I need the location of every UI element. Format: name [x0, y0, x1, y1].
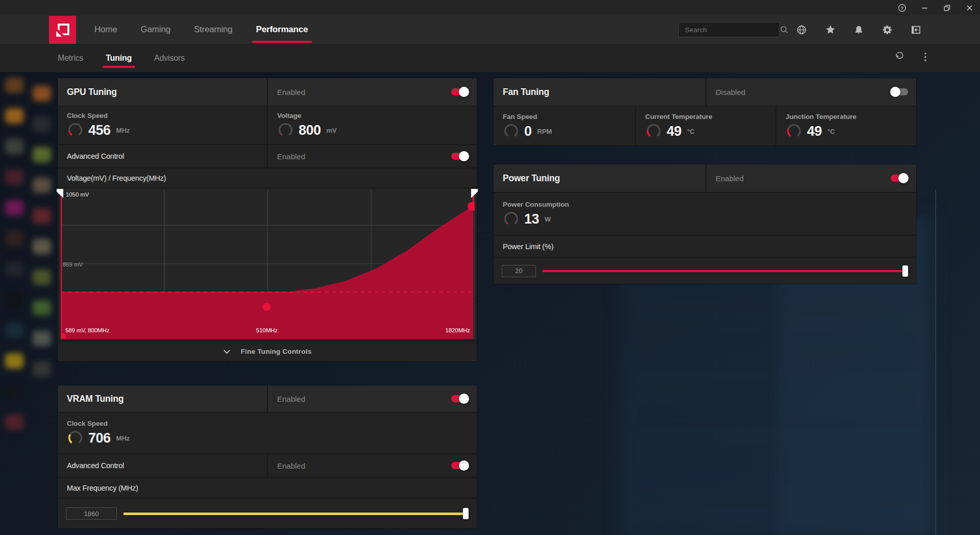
- nav-performance[interactable]: Performance: [256, 25, 308, 35]
- card-title: GPU Tuning: [58, 87, 117, 98]
- fan-speed-gauge: [503, 123, 520, 140]
- desktop-icon: [5, 78, 23, 93]
- nav-streaming[interactable]: Streaming: [194, 25, 233, 35]
- fine-tuning-expander[interactable]: Fine Tuning Controls: [58, 341, 477, 361]
- radeon-software-window: ? Home Gaming Streaming Performance: [0, 0, 980, 535]
- power-limit-slider[interactable]: [543, 265, 908, 277]
- stat-label: Junction Temperature: [786, 113, 856, 120]
- globe-icon[interactable]: [796, 25, 807, 35]
- gear-icon[interactable]: [882, 25, 893, 35]
- gpu-tuning-toggle[interactable]: [451, 88, 469, 95]
- card-title: Power Tuning: [494, 173, 560, 184]
- stat-label: Current Temperature: [645, 113, 712, 120]
- desktop-icon: [33, 178, 51, 193]
- close-icon[interactable]: [965, 4, 974, 12]
- desktop-icon: [33, 86, 51, 101]
- gpu-advanced-toggle[interactable]: [451, 153, 469, 160]
- chart-handle-left[interactable]: [57, 189, 63, 198]
- slider-handle[interactable]: [463, 508, 469, 519]
- desktop-icon: [5, 323, 23, 338]
- vram-clock-gauge: [67, 430, 84, 447]
- fine-tuning-label: Fine Tuning Controls: [241, 348, 312, 355]
- desktop-icon: [33, 361, 51, 377]
- titlebar: ?: [0, 0, 980, 15]
- stat-value: 800: [299, 123, 321, 138]
- desktop-icon: [5, 200, 23, 215]
- stat-unit: MHz: [116, 434, 130, 442]
- stat-value: 0: [524, 124, 532, 139]
- nav-home[interactable]: Home: [94, 25, 117, 35]
- fan-tuning-toggle[interactable]: [891, 88, 908, 95]
- power-limit-label: Power Limit (%): [494, 242, 553, 251]
- y-axis-mid-label: 869 mV: [63, 261, 83, 268]
- stat-unit: °C: [687, 128, 695, 135]
- scrollbar-track[interactable]: [935, 190, 936, 535]
- desktop-icon: [5, 384, 23, 399]
- max-frequency-value-field[interactable]: 1860: [66, 507, 117, 520]
- search-icon[interactable]: [779, 25, 789, 35]
- desktop-icon: [33, 239, 51, 254]
- x-axis-center-label: 510MHz: [256, 327, 278, 333]
- stat-value: 706: [88, 430, 111, 446]
- nav-gaming[interactable]: Gaming: [141, 25, 170, 35]
- card-title: Fan Tuning: [494, 87, 549, 98]
- collapse-panel-icon[interactable]: [911, 25, 921, 35]
- stat-unit: mV: [327, 127, 337, 134]
- advanced-control-label: Advanced Control: [58, 461, 124, 470]
- vram-tuning-toggle[interactable]: [451, 395, 469, 402]
- restore-icon[interactable]: [943, 4, 951, 12]
- reset-icon[interactable]: [894, 52, 903, 64]
- desktop-icon: [33, 147, 51, 162]
- vram-tuning-card: VRAM Tuning Enabled Clock Speed 706 MHz …: [58, 385, 477, 528]
- power-tuning-toggle[interactable]: [891, 175, 908, 182]
- status-label: Enabled: [268, 88, 305, 96]
- stat-value: 13: [524, 211, 539, 227]
- svg-text:?: ?: [901, 5, 904, 10]
- tab-advisors[interactable]: Advisors: [154, 54, 185, 63]
- clock-speed-gauge: [67, 122, 84, 139]
- chevron-down-icon: [223, 349, 231, 354]
- stat-label: Power Consumption: [503, 201, 569, 208]
- stat-value: 49: [667, 124, 681, 139]
- slider-handle[interactable]: [902, 265, 908, 277]
- stat-label: Clock Speed: [67, 112, 108, 119]
- stat-label: Voltage: [277, 112, 301, 119]
- tab-tuning[interactable]: Tuning: [106, 54, 132, 63]
- desktop-icon: [5, 292, 23, 307]
- desktop-icon: [5, 108, 23, 124]
- voltage-gauge: [277, 122, 294, 139]
- star-icon[interactable]: [825, 25, 836, 35]
- status-label: Disabled: [706, 88, 745, 96]
- kebab-icon[interactable]: [924, 52, 927, 64]
- amd-logo[interactable]: [49, 16, 76, 44]
- max-frequency-slider[interactable]: [124, 507, 469, 520]
- stat-unit: W: [545, 215, 551, 223]
- vram-advanced-toggle[interactable]: [451, 462, 469, 469]
- stat-label: Fan Speed: [503, 113, 537, 120]
- desktop-icon: [33, 300, 51, 315]
- y-axis-max-label: 1050 mV: [66, 191, 89, 198]
- bell-icon[interactable]: [853, 25, 864, 35]
- stat-value: 456: [88, 123, 111, 138]
- stat-unit: °C: [827, 128, 835, 135]
- fan-tuning-card: Fan Tuning Disabled Fan Speed 0 RPM Curr…: [494, 78, 916, 145]
- desktop-icon: [5, 415, 23, 430]
- desktop-icon: [5, 231, 23, 246]
- stat-unit: RPM: [537, 128, 552, 135]
- card-title: VRAM Tuning: [58, 394, 124, 404]
- power-tuning-card: Power Tuning Enabled Power Consumption 1…: [494, 164, 916, 284]
- current-temp-gauge: [645, 123, 662, 140]
- voltage-frequency-chart[interactable]: 1050 mV 869 mV 589 mV, 800MHz 510MHz 182…: [61, 189, 475, 339]
- minimize-icon[interactable]: [920, 4, 929, 12]
- search-box[interactable]: [678, 22, 780, 37]
- desktop-icon: [33, 331, 51, 346]
- performance-subnav: Metrics Tuning Advisors: [0, 44, 980, 72]
- power-consumption-gauge: [503, 211, 520, 228]
- help-icon[interactable]: ?: [898, 4, 906, 12]
- x-axis-left-label: 589 mV, 800MHz: [65, 327, 109, 333]
- status-label: Enabled: [268, 395, 305, 403]
- max-frequency-label: Max Frequency (MHz): [58, 484, 138, 492]
- search-input[interactable]: [679, 26, 779, 34]
- power-limit-value-field[interactable]: 20: [502, 265, 536, 277]
- tab-metrics[interactable]: Metrics: [58, 54, 83, 63]
